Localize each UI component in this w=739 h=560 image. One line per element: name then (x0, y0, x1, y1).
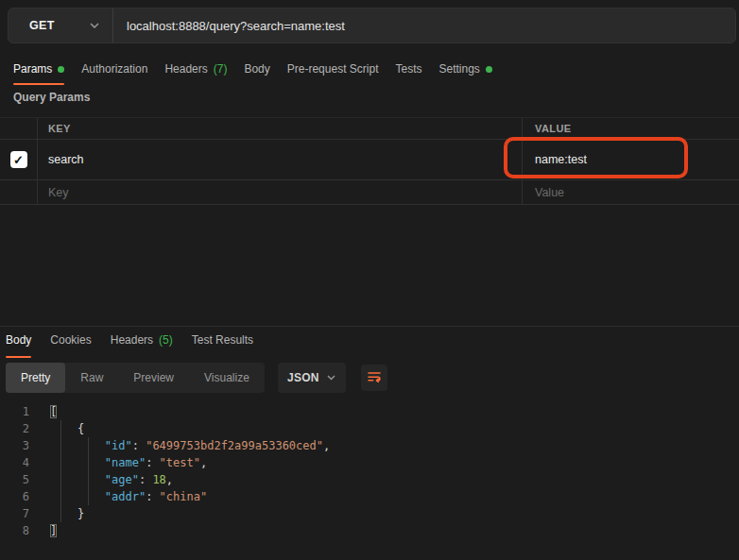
code-line: 7 } (0, 505, 739, 522)
tab-label: Headers (111, 333, 153, 347)
tab-pre-request-script[interactable]: Pre-request Script (287, 55, 379, 83)
tab-authorization[interactable]: Authorization (81, 55, 147, 83)
indent-guide (60, 420, 61, 522)
request-url-bar: GET localhost:8888/query?search=name:tes… (8, 8, 736, 43)
tab-label: Body (6, 333, 31, 347)
tab-label: Test Results (192, 333, 253, 347)
response-tab-test-results[interactable]: Test Results (192, 326, 253, 354)
value-column-header: VALUE (523, 118, 739, 139)
code-token: ] (50, 524, 57, 537)
table-header-row: KEY VALUE (0, 118, 739, 140)
code-token: } (50, 507, 84, 520)
row-select-cell: ✓ (0, 140, 38, 179)
row-checkbox[interactable]: ✓ (10, 151, 27, 168)
tab-label: Pre-request Script (287, 62, 379, 76)
code-line: 2 { (0, 420, 739, 437)
code-token: , (166, 473, 173, 486)
view-mode-pretty[interactable]: Pretty (6, 363, 65, 393)
response-tabs: BodyCookiesHeaders(5)Test Results (6, 327, 253, 353)
param-value-input[interactable]: name:test (523, 140, 739, 179)
code-line: 1[ (0, 403, 739, 420)
code-text: ] (38, 522, 57, 539)
code-text: [ (38, 403, 57, 420)
code-text: "addr": "china" (38, 488, 207, 505)
code-line: 3 "id": "6499753bd2f2a99a53360ced", (0, 437, 739, 454)
checkmark-icon: ✓ (13, 154, 24, 166)
table-row: ✓ search name:test (0, 140, 739, 180)
code-token: "china" (160, 490, 208, 503)
code-text: "age": 18, (38, 471, 173, 488)
line-number: 1 (0, 403, 38, 420)
code-token: : (139, 473, 152, 486)
code-token: : (146, 490, 159, 503)
code-text: "name": "test", (38, 454, 207, 471)
tab-label: Tests (395, 62, 421, 76)
wrap-text-button[interactable] (361, 365, 387, 391)
response-tab-cookies[interactable]: Cookies (50, 326, 91, 354)
response-tab-body[interactable]: Body (6, 326, 31, 354)
line-number: 4 (0, 454, 38, 471)
language-dropdown[interactable]: JSON (278, 363, 346, 393)
tab-label: Params (13, 62, 52, 76)
code-token: 18 (152, 473, 165, 486)
line-number: 3 (0, 437, 38, 454)
code-line: 6 "addr": "china" (0, 488, 739, 505)
view-mode-segmented-control: PrettyRawPreviewVisualize (6, 363, 265, 393)
code-token: [ (50, 405, 57, 418)
tab-settings[interactable]: Settings (439, 55, 492, 83)
chevron-down-icon (90, 23, 99, 29)
code-token: , (323, 439, 330, 452)
query-params-title: Query Params (13, 91, 90, 104)
code-token: : (146, 456, 159, 469)
param-key-input[interactable]: search (38, 140, 523, 179)
key-column-header: KEY (38, 118, 523, 139)
view-mode-preview[interactable]: Preview (118, 363, 189, 393)
line-number: 7 (0, 505, 38, 522)
code-token (50, 439, 105, 452)
tab-headers[interactable]: Headers(7) (164, 55, 227, 83)
line-number: 8 (0, 522, 38, 539)
status-dot (486, 66, 492, 73)
table-placeholder-row: Key Value (0, 180, 739, 205)
postman-window: GET localhost:8888/query?search=name:tes… (0, 0, 739, 560)
view-mode-visualize[interactable]: Visualize (189, 363, 265, 393)
response-body-editor[interactable]: 1[2 {3 "id": "6499753bd2f2a99a53360ced",… (0, 403, 739, 539)
tab-label: Authorization (81, 62, 147, 76)
code-token (50, 490, 105, 503)
code-line: 8] (0, 522, 739, 539)
tab-label: Cookies (50, 333, 91, 347)
code-token: { (50, 422, 84, 435)
wrap-text-icon (366, 368, 383, 388)
code-token: "name" (105, 456, 146, 469)
line-number: 6 (0, 488, 38, 505)
tab-count-badge: (7) (214, 62, 228, 76)
row-select-cell (0, 180, 38, 204)
request-tabs: ParamsAuthorizationHeaders(7)BodyPre-req… (13, 55, 492, 83)
status-dot (58, 66, 64, 73)
chevron-down-icon (327, 375, 336, 382)
code-token: "addr" (105, 490, 146, 503)
method-dropdown[interactable]: GET (9, 8, 113, 42)
view-mode-raw[interactable]: Raw (65, 363, 118, 393)
new-value-input[interactable]: Value (523, 180, 739, 204)
method-label: GET (29, 19, 55, 32)
tab-label: Body (244, 62, 269, 76)
code-token: "age" (105, 473, 139, 486)
code-line: 4 "name": "test", (0, 454, 739, 471)
tab-label: Settings (439, 62, 480, 76)
new-key-input[interactable]: Key (38, 180, 523, 204)
code-token: , (200, 456, 207, 469)
code-token: : (132, 439, 146, 452)
line-number: 5 (0, 471, 38, 488)
tab-params[interactable]: Params (13, 55, 64, 83)
tab-tests[interactable]: Tests (395, 55, 421, 83)
url-input[interactable]: localhost:8888/query?search=name:test (113, 8, 735, 42)
response-tab-headers[interactable]: Headers(5) (111, 326, 173, 354)
response-view-controls: PrettyRawPreviewVisualize JSON (6, 363, 387, 393)
tab-body[interactable]: Body (244, 55, 269, 83)
query-params-table: KEY VALUE ✓ search name:test Key Value (0, 117, 739, 205)
code-line: 5 "age": 18, (0, 471, 739, 488)
code-token: "id" (105, 439, 132, 452)
code-text: "id": "6499753bd2f2a99a53360ced", (38, 437, 330, 454)
language-label: JSON (287, 371, 319, 384)
